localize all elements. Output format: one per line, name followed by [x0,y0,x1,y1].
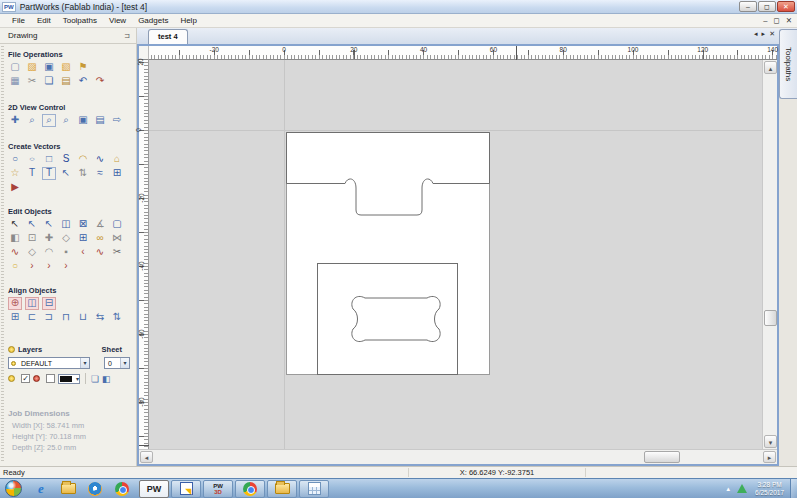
draw-text-box-icon[interactable]: T [42,167,56,180]
dimension-tool-icon[interactable]: ▶ [8,181,22,194]
menu-toolpaths[interactable]: Toolpaths [57,16,103,25]
vertical-scrollbar[interactable]: ▴ ▾ [762,60,777,449]
pan-icon[interactable]: ✚ [8,114,22,127]
zoom-out-icon[interactable]: ⌕ [59,114,73,127]
child-restore-button[interactable]: ◻ [773,15,779,27]
menu-gadgets[interactable]: Gadgets [132,16,174,25]
child-minimize-button[interactable]: – [763,15,767,27]
block-array-icon[interactable]: ⊞ [76,232,90,245]
offset-vector-icon[interactable]: ◠ [42,246,56,259]
zoom-extents-icon[interactable]: ▣ [76,114,90,127]
taskbar-partworks3d-button[interactable]: PW3D [203,480,233,498]
media-player-icon[interactable]: ▸ [85,481,105,497]
align-top-icon[interactable]: ⊓ [59,311,73,324]
align-right-icon[interactable]: ⊐ [42,311,56,324]
redo-icon[interactable]: ↷ [93,75,107,88]
arc-fit-1-icon[interactable]: › [25,260,39,273]
align-left-icon[interactable]: ⊏ [25,311,39,324]
panel-grip[interactable] [1,46,4,461]
taskbar-partworks-button[interactable]: PW [139,480,169,498]
scroll-right-icon[interactable]: ▸ [763,451,776,463]
copy-icon[interactable]: ❏ [42,75,56,88]
close-vector-icon[interactable]: ◇ [25,246,39,259]
export-vectors-icon[interactable]: ⚑ [76,61,90,74]
layer-lock-checkbox[interactable] [46,374,55,383]
text-on-curve-icon[interactable]: ≈ [93,167,107,180]
text-select-icon[interactable]: ↖ [59,167,73,180]
draw-circle-icon[interactable]: ○ [8,153,22,166]
show-desktop-button[interactable] [790,479,797,498]
layer-eraser-icon[interactable]: ◧ [102,374,111,384]
job-setup-icon[interactable]: ▦ [8,75,22,88]
close-button[interactable]: ✕ [777,1,795,12]
mirror-icon[interactable]: ◧ [8,232,22,245]
draw-ellipse-icon[interactable]: ○ [25,155,39,163]
zoom-selected-icon[interactable]: ▤ [93,114,107,127]
draw-text-icon[interactable]: T [25,167,39,180]
layer-color-swatch[interactable]: ▾ [58,374,80,384]
minimize-button[interactable]: – [739,1,757,12]
weld-icon[interactable]: ⋈ [110,232,124,245]
sheet-caret-icon[interactable]: ▾ [120,358,129,368]
layer-select[interactable]: DEFAULT ▾ [8,357,90,369]
draw-star-icon[interactable]: ☆ [8,167,22,180]
cut-vector-icon[interactable]: ‹ [76,246,90,259]
zoom-window-icon[interactable]: ⌕ [42,114,56,127]
interactive-select-icon[interactable]: ↖ [42,218,56,231]
text-spacing-icon[interactable]: ⇅ [76,167,90,180]
tab-close-icon[interactable]: ✕ [769,30,775,38]
arc-fit-3-icon[interactable]: › [59,260,73,273]
save-file-icon[interactable]: ▣ [42,61,56,74]
menu-help[interactable]: Help [174,16,202,25]
menu-edit[interactable]: Edit [31,16,57,25]
tray-drive-icon[interactable] [737,484,747,493]
delete-duplicates-icon[interactable]: ⊠ [76,218,90,231]
taskbar-folder-button[interactable] [267,480,297,498]
horizontal-scrollbar[interactable]: ◂ ▸ [139,449,777,464]
start-button[interactable] [5,480,22,497]
layer-active-icon[interactable] [33,375,40,382]
fit-curve-icon[interactable]: ∿ [8,246,22,259]
new-file-icon[interactable]: ▢ [8,61,22,74]
join-vectors-icon[interactable]: ∞ [93,232,107,245]
taskbar-save-app-button[interactable] [171,480,201,498]
quick-align-icon[interactable]: ◫ [59,218,73,231]
node-edit-icon[interactable]: ↖ [25,218,39,231]
draw-curve-icon[interactable]: ∿ [93,153,107,166]
undo-icon[interactable]: ↶ [76,75,90,88]
menu-view[interactable]: View [103,16,132,25]
maximize-button[interactable]: ◻ [758,1,776,12]
cut-icon[interactable]: ✂ [25,75,39,88]
trim-vector-icon[interactable]: ✂ [110,246,124,259]
draw-polyline-icon[interactable]: S [59,153,73,166]
edit-frame-icon[interactable]: ▢ [110,218,124,231]
explorer-folder-icon[interactable] [58,481,78,497]
zoom-in-icon[interactable]: ⌕ [25,114,39,127]
select-tool-icon[interactable]: ↖ [8,218,22,231]
draw-rectangle-icon[interactable]: □ [42,153,56,166]
switch-view-icon[interactable]: ⇨ [110,114,124,127]
center-in-page-icon[interactable]: ⊞ [8,311,22,324]
scroll-left-icon[interactable]: ◂ [140,451,153,463]
pin-icon[interactable]: ⊐ [124,32,130,40]
child-close-button[interactable]: ✕ [786,15,792,27]
selected-vector-icon[interactable]: ○ [8,260,22,273]
draw-polygon-icon[interactable]: ⌂ [110,153,124,166]
align-selection-icon[interactable]: ⊕ [8,297,22,310]
import-vectors-icon[interactable]: ▧ [59,61,73,74]
move-icon[interactable]: ✚ [42,232,56,245]
taskbar-calculator-button[interactable] [299,480,329,498]
insert-node-icon[interactable]: ▪ [59,246,73,259]
draw-arc-icon[interactable]: ◠ [76,153,90,166]
vertical-scroll-thumb[interactable] [764,310,777,326]
tab-next-icon[interactable]: ▸ [762,30,766,38]
tab-toolpaths[interactable]: Toolpaths [779,29,797,99]
align-bottom-icon[interactable]: ⊔ [76,311,90,324]
extend-vector-icon[interactable]: ∿ [93,246,107,259]
align-horizontal-icon[interactable]: ◫ [25,297,39,310]
layer-visible-checkbox[interactable]: ✓ [21,374,30,383]
distort-icon[interactable]: ◇ [59,232,73,245]
scale-icon[interactable]: ⊡ [25,232,39,245]
horizontal-scroll-thumb[interactable] [644,451,680,463]
align-vertical-icon[interactable]: ⊟ [42,297,56,310]
